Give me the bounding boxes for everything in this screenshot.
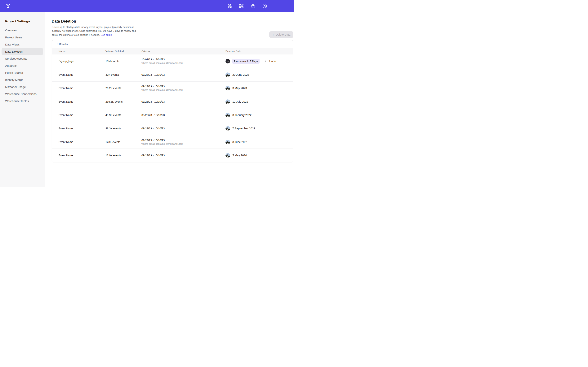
data-management-icon[interactable] bbox=[227, 4, 232, 9]
row-volume: 30K events bbox=[105, 73, 141, 76]
criteria-range: 10/01/23 - 12/01/23 bbox=[141, 58, 225, 61]
table-row: Event Name 12.9K events 09/23/23 - 10/10… bbox=[52, 149, 293, 162]
deletion-date: 7 September 2021 bbox=[232, 127, 255, 130]
row-volume: 239.3K events bbox=[105, 100, 141, 103]
row-criteria: 09/23/23 - 10/10/23 where email contains… bbox=[141, 139, 225, 145]
sidebar-nav-list: OverviewProject UsersData ViewsData Dele… bbox=[0, 27, 45, 105]
row-name: Signup_login bbox=[59, 60, 105, 63]
sidebar-item-mixpanel-usage[interactable]: Mixpanel Usage bbox=[1, 83, 43, 90]
page-title: Data Deletion bbox=[52, 19, 293, 24]
table-row: Event Name 48.3K events 09/23/23 - 10/10… bbox=[52, 122, 293, 135]
row-name: Event Name bbox=[59, 141, 105, 143]
undo-label: Undo bbox=[269, 60, 276, 63]
criteria-range: 09/23/23 - 10/10/23 bbox=[141, 127, 225, 130]
table-row: Event Name 30K events 09/23/23 - 10/10/2… bbox=[52, 68, 293, 81]
column-header-criteria: Criteria bbox=[141, 50, 225, 53]
help-icon[interactable] bbox=[250, 4, 256, 9]
criteria-range: 09/23/23 - 10/10/23 bbox=[141, 154, 225, 157]
row-deletion-date: 20 June 2023 bbox=[225, 72, 288, 77]
row-deletion-date: 12 July 2022 bbox=[225, 100, 288, 104]
criteria-range: 09/23/23 - 10/10/23 bbox=[141, 139, 225, 142]
criteria-filter: where email contains @mixpanel.com bbox=[141, 62, 225, 64]
top-navigation-bar bbox=[0, 0, 294, 12]
row-name: Event Name bbox=[59, 154, 105, 157]
undo-icon bbox=[264, 59, 268, 63]
permanent-badge: Permanent in 7 Days bbox=[232, 59, 259, 64]
table-body: Signup_login 10M events 10/01/23 - 12/01… bbox=[52, 54, 293, 162]
sidebar-item-warehouse-tables[interactable]: Warehouse Tables bbox=[1, 98, 43, 105]
delete-data-label: Delete Data bbox=[276, 33, 290, 36]
settings-gear-icon[interactable] bbox=[262, 4, 267, 9]
table-row: Event Name 20.2K events 09/23/23 - 10/10… bbox=[52, 81, 293, 95]
row-deletion-date: Permanent in 7 Days Undo bbox=[225, 59, 288, 64]
deletion-date: 12 July 2022 bbox=[232, 100, 248, 103]
deletion-date: 3 January 2022 bbox=[232, 114, 251, 117]
sidebar-item-public-boards[interactable]: Public Boards bbox=[1, 69, 43, 76]
row-volume: 123K events bbox=[105, 141, 141, 143]
row-volume: 49.9K events bbox=[105, 114, 141, 117]
main-content: Data Deletion Delete up to 90 days data … bbox=[45, 12, 294, 187]
apps-grid-icon[interactable] bbox=[239, 4, 244, 9]
row-volume: 20.2K events bbox=[105, 87, 141, 90]
person-photo-avatar bbox=[225, 113, 230, 117]
row-name: Event Name bbox=[59, 127, 105, 130]
person-photo-avatar bbox=[225, 100, 230, 104]
row-deletion-date: 3 May 2023 bbox=[225, 86, 288, 90]
person-photo-avatar bbox=[225, 126, 230, 131]
row-criteria: 09/23/23 - 10/10/23 bbox=[141, 100, 225, 103]
row-name: Event Name bbox=[59, 114, 105, 117]
page-description: Delete up to 90 days data for any event … bbox=[52, 25, 136, 37]
delete-data-button[interactable]: + Delete Data bbox=[269, 31, 293, 38]
plus-icon: + bbox=[272, 33, 274, 36]
row-criteria: 09/23/23 - 10/10/23 bbox=[141, 154, 225, 157]
see-guide-link[interactable]: See guide bbox=[101, 33, 112, 36]
row-criteria: 10/01/23 - 12/01/23 where email contains… bbox=[141, 58, 225, 64]
undo-button[interactable]: Undo bbox=[264, 59, 276, 63]
sidebar-item-autotrack[interactable]: Autotrack bbox=[1, 62, 43, 69]
table-row: Event Name 123K events 09/23/23 - 10/10/… bbox=[52, 135, 293, 149]
results-count: 5 Results bbox=[52, 40, 293, 48]
row-deletion-date: 3 January 2022 bbox=[225, 113, 288, 117]
row-volume: 10M events bbox=[105, 60, 141, 63]
criteria-range: 09/23/23 - 10/10/23 bbox=[141, 73, 225, 76]
page-description-text: Delete up to 90 days data for any event … bbox=[52, 26, 136, 36]
settings-sidebar: Project Settings OverviewProject UsersDa… bbox=[0, 12, 45, 187]
person-photo-avatar bbox=[225, 86, 230, 90]
row-criteria: 09/23/23 - 10/10/23 bbox=[141, 114, 225, 117]
sidebar-item-service-accounts[interactable]: Service Accounts bbox=[1, 55, 43, 62]
deletion-date: 3 June 2021 bbox=[232, 141, 248, 143]
deletion-requests-card: 5 Results Name Volume Deleted Criteria D… bbox=[52, 40, 293, 162]
sidebar-item-project-users[interactable]: Project Users bbox=[1, 34, 43, 41]
table-row: Signup_login 10M events 10/01/23 - 12/01… bbox=[52, 54, 293, 68]
topbar-icon-group bbox=[227, 4, 267, 9]
column-header-deletion-date: Deletion Date bbox=[225, 50, 288, 53]
criteria-range: 09/23/23 - 10/10/23 bbox=[141, 114, 225, 117]
row-name: Event Name bbox=[59, 100, 105, 103]
row-criteria: 09/23/23 - 10/10/23 bbox=[141, 127, 225, 130]
criteria-range: 09/23/23 - 10/10/23 bbox=[141, 85, 225, 88]
column-header-volume: Volume Deleted bbox=[105, 50, 141, 53]
row-deletion-date: 5 May 2020 bbox=[225, 153, 288, 158]
row-criteria: 09/23/23 - 10/10/23 bbox=[141, 73, 225, 76]
sidebar-item-identity-merge[interactable]: Identity Merge bbox=[1, 76, 43, 83]
mixpanel-logo[interactable] bbox=[6, 4, 11, 9]
deletion-date: 20 June 2023 bbox=[232, 73, 249, 76]
sidebar-item-data-views[interactable]: Data Views bbox=[1, 41, 43, 48]
sidebar-item-overview[interactable]: Overview bbox=[1, 27, 43, 34]
row-criteria: 09/23/23 - 10/10/23 where email contains… bbox=[141, 85, 225, 91]
table-row: Event Name 49.9K events 09/23/23 - 10/10… bbox=[52, 108, 293, 122]
table-header-row: Name Volume Deleted Criteria Deletion Da… bbox=[52, 48, 293, 54]
deletion-date: 5 May 2020 bbox=[232, 154, 247, 157]
row-deletion-date: 3 June 2021 bbox=[225, 140, 288, 144]
person-photo-avatar bbox=[225, 153, 230, 158]
sidebar-item-warehouse-connections[interactable]: Warehouse Connections bbox=[1, 90, 43, 98]
sidebar-title: Project Settings bbox=[5, 19, 45, 23]
criteria-filter: where email contains @mixpanel.com bbox=[141, 89, 225, 91]
criteria-range: 09/23/23 - 10/10/23 bbox=[141, 100, 225, 103]
illustrated-dark-avatar bbox=[225, 59, 230, 63]
row-volume: 48.3K events bbox=[105, 127, 141, 130]
column-header-name: Name bbox=[59, 50, 105, 53]
row-name: Event Name bbox=[59, 73, 105, 76]
row-name: Event Name bbox=[59, 87, 105, 90]
sidebar-item-data-deletion[interactable]: Data Deletion bbox=[1, 48, 43, 55]
